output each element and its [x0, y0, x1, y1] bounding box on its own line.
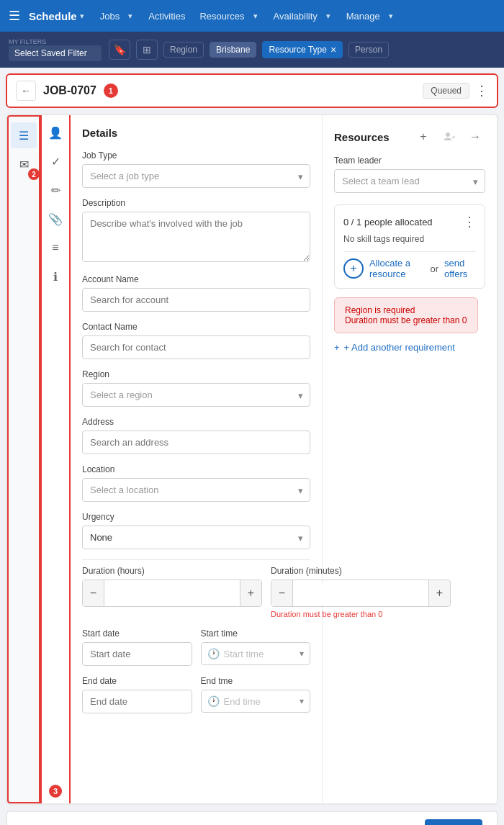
lines-icon: ≡ — [52, 241, 58, 254]
more-options-button[interactable]: ⋮ — [475, 83, 488, 99]
job-badge: 1 — [104, 84, 118, 98]
filter-resource-type[interactable]: Resource Type × — [262, 41, 343, 58]
start-time-input[interactable]: 🕐 Start time ▾ — [201, 642, 311, 665]
bottom-actions: Cancel Save — [6, 811, 498, 825]
nav-resources[interactable]: Resources — [194, 8, 250, 24]
pencil-icon: ✏ — [51, 184, 60, 197]
top-navigation: ☰ Schedule ▾ Jobs ▾ Activities Resources… — [0, 0, 504, 32]
check-circle-icon: ✓ — [51, 155, 60, 168]
sidebar-list-button[interactable]: ☰ — [11, 122, 37, 148]
end-row: End date End tme 🕐 End time ▾ — [82, 676, 310, 723]
clock-end-icon: 🕐 — [207, 695, 220, 707]
duration-hours-plus[interactable]: + — [240, 580, 261, 606]
duration-minutes-minus[interactable]: − — [271, 580, 293, 606]
start-date-label: Start date — [82, 628, 192, 639]
allocate-plus-icon[interactable]: + — [343, 258, 364, 279]
bookmark-icon[interactable]: 🔖 — [109, 40, 130, 60]
resources-header: Resources + → — [334, 127, 485, 147]
hamburger-icon[interactable]: ☰ — [9, 8, 20, 24]
add-requirement-button[interactable]: + + Add another requirement — [334, 342, 485, 353]
end-date-label: End date — [82, 676, 192, 686]
contact-group: Contact Name — [82, 322, 310, 359]
list-icon: ☰ — [19, 129, 29, 143]
end-time-text: End time — [224, 696, 296, 707]
allocation-divider — [343, 251, 476, 252]
duration-hours-input: − 0 + — [82, 580, 262, 607]
location-label: Location — [82, 464, 310, 474]
team-leader-select[interactable]: Select a team lead — [334, 169, 485, 193]
edit-mid-icon[interactable]: ✏ — [44, 179, 67, 202]
resource-user-icon[interactable] — [439, 127, 459, 147]
end-time-label: End tme — [201, 676, 311, 686]
account-input[interactable] — [82, 288, 310, 312]
filter-person[interactable]: Person — [348, 42, 389, 58]
send-offers-link[interactable]: send offers — [444, 258, 476, 279]
location-select[interactable]: Select a location — [82, 478, 310, 502]
nav-manage[interactable]: Manage — [341, 8, 386, 24]
nav-activities[interactable]: Activities — [143, 8, 191, 24]
end-time-input[interactable]: 🕐 End time ▾ — [201, 690, 311, 713]
allocation-card: 0 / 1 people allocated ⋮ No skill tags r… — [334, 204, 485, 289]
body-layout: ☰ ✉ 2 👤 ✓ ✏ 📎 ≡ — [6, 114, 498, 805]
team-leader-section: Team leader Select a team lead — [334, 155, 485, 193]
contact-input[interactable] — [82, 335, 310, 359]
check-mid-icon[interactable]: ✓ — [44, 150, 67, 173]
job-type-select[interactable]: Select a job type — [82, 164, 310, 188]
filter-region[interactable]: Region — [163, 42, 204, 58]
remove-resource-type-icon[interactable]: × — [330, 44, 336, 55]
clip-mid-icon[interactable]: 📎 — [44, 207, 67, 230]
region-select[interactable]: Select a region — [82, 383, 310, 407]
job-status: Queued — [423, 83, 469, 99]
save-button[interactable]: Save — [425, 819, 482, 825]
urgency-label: Urgency — [82, 512, 310, 522]
person-mid-icon[interactable]: 👤 — [44, 121, 67, 144]
job-title: JOB-0707 — [43, 84, 96, 97]
duration-required-error: Duration must be greater than 0 — [345, 315, 467, 325]
account-label: Account Name — [82, 274, 310, 284]
description-input[interactable] — [82, 212, 310, 262]
duration-hours-minus[interactable]: − — [83, 580, 104, 606]
allocation-more-button[interactable]: ⋮ — [463, 214, 476, 230]
job-type-select-wrapper: Select a job type — [82, 164, 310, 188]
start-time-label: Start time — [201, 628, 311, 639]
duration-hours-value[interactable]: 0 — [104, 582, 240, 605]
details-panel: Details Job Type Select a job type Descr… — [71, 115, 323, 803]
allocate-row: + Allocate a resource or send offers — [343, 258, 476, 279]
resources-panel: Resources + → Team leader — [323, 115, 497, 803]
start-date-input[interactable] — [82, 642, 192, 666]
description-label: Description — [82, 198, 310, 208]
saved-filter-select[interactable]: Select Saved Filter — [9, 45, 102, 61]
time-arrow-icon: ▾ — [300, 649, 304, 659]
cancel-button[interactable]: Cancel — [367, 819, 416, 825]
paperclip-icon: 📎 — [48, 212, 63, 226]
forward-arrow-button[interactable]: → — [465, 127, 485, 147]
region-required-error: Region is required — [345, 305, 467, 315]
sidebar-badge: 2 — [28, 168, 40, 180]
info-mid-icon[interactable]: ℹ — [44, 265, 67, 288]
lines-mid-icon[interactable]: ≡ — [44, 236, 67, 259]
mid-panel-badge-3: 3 — [49, 785, 62, 798]
add-resource-button[interactable]: + — [413, 127, 433, 147]
resources-title: Resources — [334, 131, 390, 143]
account-group: Account Name — [82, 274, 310, 312]
nav-availability[interactable]: Availability — [268, 8, 323, 24]
address-input[interactable] — [82, 430, 310, 454]
job-type-group: Job Type Select a job type — [82, 150, 310, 188]
nav-jobs[interactable]: Jobs — [94, 8, 125, 24]
address-group: Address — [82, 417, 310, 454]
filter-edit-icon[interactable]: ⊞ — [136, 40, 158, 60]
region-group: Region Select a region — [82, 369, 310, 407]
end-date-input[interactable] — [82, 690, 192, 713]
filter-bar: MY FILTERS Select Saved Filter 🔖 ⊞ Regio… — [0, 32, 504, 68]
person-icon: 👤 — [48, 126, 63, 140]
filter-brisbane[interactable]: Brisbane — [210, 42, 256, 58]
urgency-group: Urgency None Low Medium High — [82, 512, 310, 549]
nav-brand[interactable]: Schedule — [29, 10, 77, 22]
duration-row: Duration (hours) − 0 + Duration (minutes… — [82, 566, 310, 628]
team-leader-label: Team leader — [334, 155, 485, 166]
urgency-select[interactable]: None Low Medium High — [82, 526, 310, 549]
error-tooltip: Region is required Duration must be grea… — [334, 297, 478, 333]
allocate-resource-link[interactable]: Allocate a resource — [369, 258, 424, 279]
back-button[interactable]: ← — [16, 81, 36, 101]
duration-hours-label: Duration (hours) — [82, 566, 262, 576]
